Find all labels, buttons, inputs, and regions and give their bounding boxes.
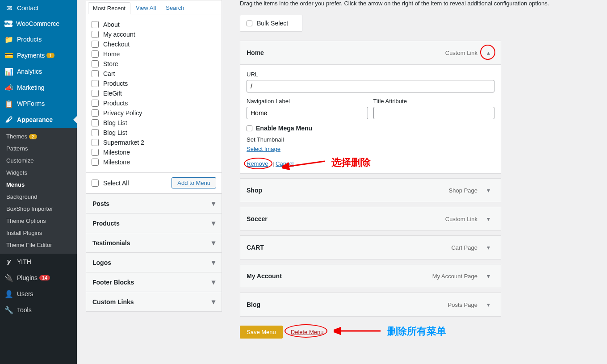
chevron-down-icon: ▾ (212, 238, 215, 247)
sidebar-item-woocommerce[interactable]: WooWooCommerce (0, 16, 77, 31)
save-menu-button[interactable]: Save Menu (240, 326, 283, 339)
nav-label-input[interactable] (247, 107, 368, 119)
sidebar-item-appearance[interactable]: 🖌Appearance (0, 112, 77, 128)
brush-icon: 🖌 (4, 115, 13, 124)
menu-item-header[interactable]: ShopShop Page▾ (240, 179, 501, 202)
plug-icon: 🔌 (4, 273, 13, 282)
accordion-posts[interactable]: Posts▾ (86, 193, 222, 213)
remove-link[interactable]: Remove (247, 160, 268, 167)
page-checkbox[interactable] (92, 50, 99, 58)
page-checkbox[interactable] (92, 109, 99, 117)
folder-icon: 📁 (4, 35, 13, 44)
expand-toggle[interactable]: ▾ (482, 298, 494, 311)
menu-item-header[interactable]: BlogPosts Page▾ (240, 293, 501, 316)
expand-toggle[interactable]: ▾ (482, 213, 494, 225)
page-checkbox[interactable] (92, 80, 99, 87)
sidebar-item-wpforms[interactable]: 📋WPForms (0, 96, 77, 112)
expand-toggle[interactable]: ▾ (482, 270, 494, 282)
accordion-custom-links[interactable]: Custom Links▾ (86, 292, 222, 312)
menu-item-type: Shop Page▾ (449, 184, 494, 197)
page-checkbox[interactable] (92, 149, 99, 156)
page-check-row: Blog List (92, 118, 216, 128)
page-checkbox[interactable] (92, 119, 99, 126)
page-checkbox[interactable] (92, 31, 99, 38)
chevron-down-icon: ▾ (212, 258, 215, 267)
sidebar-item-payments[interactable]: 💳Payments1 (0, 47, 77, 63)
bulk-select-checkbox[interactable] (247, 21, 252, 26)
select-image-link[interactable]: Select Image (247, 146, 280, 152)
url-label: URL (247, 71, 494, 78)
delete-menu-link[interactable]: Delete Menu (291, 329, 324, 335)
sidebar-item-analytics[interactable]: 📊Analytics (0, 63, 77, 79)
sub-boxshop[interactable]: BoxShop Importer (0, 203, 77, 215)
sub-widgets[interactable]: Widgets (0, 167, 77, 179)
sidebar-item-users[interactable]: 👤Users (0, 286, 77, 302)
menu-structure-column: Drag the items into the order you prefer… (231, 0, 598, 364)
page-checkbox[interactable] (92, 129, 99, 136)
chevron-down-icon: ▾ (212, 297, 215, 306)
accordion-footer-blocks[interactable]: Footer Blocks▾ (86, 272, 222, 292)
page-checkbox[interactable] (92, 70, 99, 77)
collapse-toggle[interactable]: ▴ (482, 46, 494, 59)
accordion-title: Products (92, 220, 120, 227)
menu-item-type: Posts Page▾ (448, 298, 495, 311)
pages-tabs: Most Recent View All Search (86, 0, 222, 14)
thumbnail-label: Set Thumbnail (247, 136, 494, 143)
accordion-title: Testimonials (92, 239, 130, 247)
page-check-row: Store (92, 59, 216, 69)
menu-item-home-header[interactable]: Home Custom Link ▴ (240, 41, 501, 64)
chevron-down-icon: ▾ (212, 199, 215, 208)
sub-customize[interactable]: Customize (0, 155, 77, 167)
form-icon: 📋 (4, 99, 13, 108)
menu-item-header[interactable]: SoccerCustom Link▾ (240, 207, 501, 230)
sub-theme-file-editor[interactable]: Theme File Editor (0, 239, 77, 251)
accordion-products[interactable]: Products▾ (86, 213, 222, 233)
page-label: Milestone (103, 149, 130, 156)
page-check-row: Products (92, 79, 216, 88)
page-label: About (103, 21, 120, 28)
chart-icon: 📊 (4, 67, 13, 76)
tab-most-recent[interactable]: Most Recent (88, 2, 130, 14)
sub-patterns[interactable]: Patterns (0, 142, 77, 155)
accordion-logos[interactable]: Logos▾ (86, 253, 222, 272)
page-label: Checkout (103, 41, 130, 48)
sidebar-item-marketing[interactable]: 📣Marketing (0, 79, 77, 96)
page-checkbox[interactable] (92, 90, 99, 97)
sidebar-item-plugins[interactable]: 🔌Plugins14 (0, 270, 77, 286)
sidebar-item-yith[interactable]: yYITH (0, 254, 77, 270)
title-attr-input[interactable] (373, 107, 495, 119)
add-to-menu-button[interactable]: Add to Menu (172, 177, 216, 188)
sidebar-item-tools[interactable]: 🔧Tools (0, 302, 77, 318)
expand-toggle[interactable]: ▾ (482, 241, 494, 254)
mega-menu-checkbox[interactable] (247, 126, 252, 131)
card-icon: 💳 (4, 51, 13, 60)
tab-view-all[interactable]: View All (131, 2, 160, 14)
sub-install-plugins[interactable]: Install Plugins (0, 227, 77, 239)
title-attr-label: Title Attribute (373, 98, 495, 105)
sub-theme-options[interactable]: Theme Options (0, 215, 77, 227)
menu-item-header[interactable]: CARTCart Page▾ (240, 236, 501, 259)
sub-themes[interactable]: Themes2 (0, 130, 77, 142)
url-input[interactable] (247, 80, 494, 92)
accordion-testimonials[interactable]: Testimonials▾ (86, 233, 222, 253)
select-all-checkbox[interactable] (92, 180, 99, 187)
tab-search[interactable]: Search (161, 2, 188, 14)
page-checkbox[interactable] (92, 41, 99, 48)
page-check-row: Supermarket 2 (92, 138, 216, 147)
page-checkbox[interactable] (92, 100, 99, 107)
sidebar-item-products[interactable]: 📁Products (0, 31, 77, 47)
sub-background[interactable]: Background (0, 191, 77, 203)
cancel-link[interactable]: Cancel (276, 160, 293, 167)
page-checkbox[interactable] (92, 139, 99, 146)
page-checkbox[interactable] (92, 60, 99, 67)
expand-toggle[interactable]: ▾ (482, 184, 494, 197)
menu-item-title: Home (247, 49, 264, 56)
sidebar-item-contact[interactable]: ✉Contact (0, 0, 77, 16)
sub-menus[interactable]: Menus (0, 179, 77, 191)
page-checkbox[interactable] (92, 159, 99, 166)
menu-item-header[interactable]: My AccountMy Account Page▾ (240, 264, 501, 288)
menu-item-title: Blog (247, 301, 260, 308)
page-label: Products (103, 100, 128, 107)
menu-item: CARTCart Page▾ (240, 235, 501, 259)
page-checkbox[interactable] (92, 21, 99, 28)
